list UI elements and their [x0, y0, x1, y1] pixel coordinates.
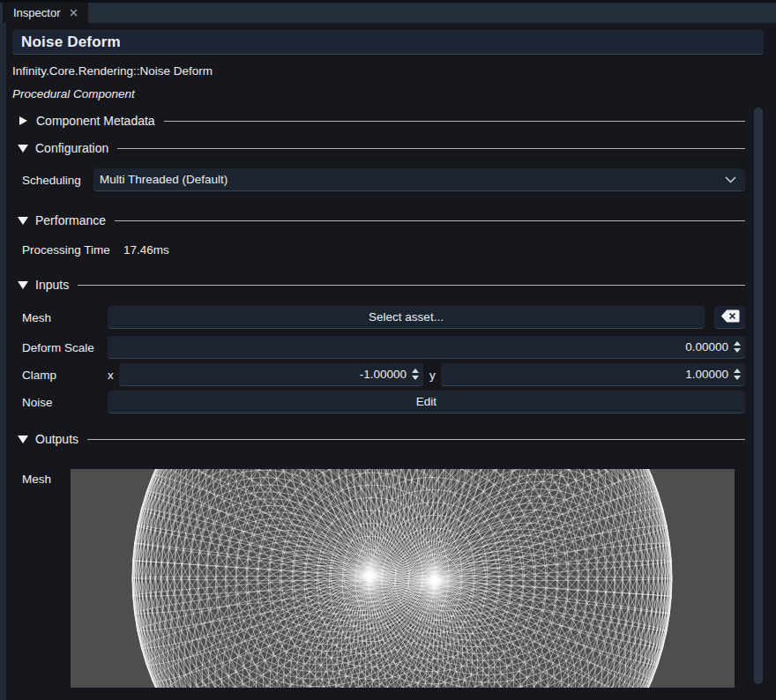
tab-title: Inspector: [13, 6, 60, 19]
section-divider: [78, 285, 745, 286]
panel-left-edge: [0, 23, 6, 700]
component-type-path: Infinity.Core.Rendering::Noise Deform: [12, 64, 764, 78]
clamp-x-value: -1.00000: [360, 368, 407, 381]
input-mesh-row: Mesh Select asset...: [22, 306, 745, 329]
triangle-down-icon: [18, 145, 28, 153]
section-inputs[interactable]: Inputs: [18, 278, 745, 292]
clamp-y-field[interactable]: 1.00000: [441, 363, 745, 386]
mesh-output-label: Mesh: [22, 469, 71, 486]
section-outputs[interactable]: Outputs: [18, 432, 745, 446]
section-label: Configuration: [35, 141, 108, 155]
up-down-spinner-icon[interactable]: [734, 341, 741, 353]
section-label: Performance: [35, 213, 106, 227]
backspace-icon: [720, 309, 740, 325]
clamp-x-label: x: [108, 369, 114, 382]
noise-edit-button[interactable]: Edit: [108, 391, 745, 413]
section-divider: [87, 439, 745, 440]
section-configuration[interactable]: Configuration: [18, 141, 745, 155]
input-clamp-row: Clamp x -1.00000 y 1.00000: [22, 363, 745, 386]
page-title: Noise Deform: [21, 34, 121, 51]
triangle-down-icon: [18, 217, 28, 225]
clamp-y-value: 1.00000: [685, 368, 728, 381]
input-noise-row: Noise Edit: [22, 391, 745, 413]
mesh-preview: [71, 469, 735, 688]
section-divider: [164, 121, 745, 122]
close-icon[interactable]: [70, 9, 78, 17]
output-mesh-row: Mesh: [22, 469, 745, 688]
up-down-spinner-icon[interactable]: [412, 369, 419, 380]
triangle-down-icon: [18, 436, 28, 443]
section-label: Outputs: [35, 432, 78, 446]
chevron-down-icon: [725, 176, 736, 183]
processing-time-value: 17.46ms: [123, 243, 169, 257]
deform-scale-value: 0.00000: [685, 340, 728, 354]
section-label: Component Metadata: [36, 114, 155, 128]
mesh-input-label: Mesh: [22, 311, 108, 324]
deform-scale-label: Deform Scale: [22, 341, 108, 354]
processing-time-row: Processing Time 17.46ms: [22, 242, 745, 257]
input-deform-scale-row: Deform Scale 0.00000: [22, 336, 745, 359]
scheduling-dropdown[interactable]: Multi Threaded (Default): [93, 168, 745, 191]
triangle-down-icon: [18, 281, 28, 289]
clamp-x-field[interactable]: -1.00000: [119, 363, 423, 386]
tab-bar: Inspector: [0, 3, 776, 23]
select-asset-label: Select asset...: [369, 310, 444, 324]
scrollbar-thumb[interactable]: [754, 108, 763, 684]
up-down-spinner-icon[interactable]: [734, 369, 741, 380]
component-category: Procedural Component: [12, 87, 764, 101]
deform-scale-field[interactable]: 0.00000: [108, 336, 745, 359]
component-header: Noise Deform: [12, 30, 764, 55]
processing-time-label: Processing Time: [22, 243, 123, 257]
section-divider: [115, 220, 745, 221]
section-performance[interactable]: Performance: [18, 213, 745, 227]
noise-label: Noise: [22, 396, 108, 409]
scheduling-label: Scheduling: [22, 174, 93, 187]
select-asset-button[interactable]: Select asset...: [108, 306, 705, 329]
clamp-y-label: y: [429, 369, 436, 382]
section-divider: [117, 148, 745, 149]
section-component-metadata[interactable]: Component Metadata: [18, 114, 745, 128]
scheduling-row: Scheduling Multi Threaded (Default): [22, 168, 745, 191]
clear-asset-button[interactable]: [714, 306, 745, 329]
clamp-label: Clamp: [22, 369, 108, 382]
scheduling-value: Multi Threaded (Default): [100, 173, 228, 186]
tab-inspector[interactable]: Inspector: [3, 3, 88, 23]
section-label: Inputs: [35, 278, 69, 292]
noise-edit-label: Edit: [416, 395, 436, 408]
triangle-right-icon: [19, 116, 27, 125]
